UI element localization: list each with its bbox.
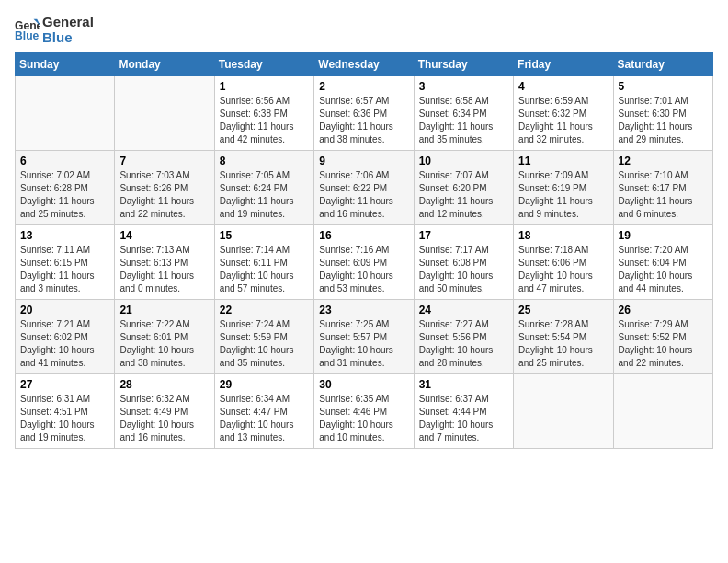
calendar-cell: 31Sunrise: 6:37 AMSunset: 4:44 PMDayligh… (414, 374, 513, 449)
day-info: Sunrise: 7:13 AMSunset: 6:13 PMDaylight:… (119, 244, 209, 295)
day-number: 4 (518, 80, 608, 93)
day-number: 2 (319, 80, 408, 93)
day-info: Sunrise: 7:22 AMSunset: 6:01 PMDaylight:… (119, 318, 209, 370)
day-info: Sunrise: 7:24 AMSunset: 5:59 PMDaylight:… (220, 318, 309, 370)
calendar-cell (613, 374, 712, 449)
calendar-cell: 21Sunrise: 7:22 AMSunset: 6:01 PMDayligh… (115, 300, 214, 374)
calendar-cell: 6Sunrise: 7:02 AMSunset: 6:28 PMDaylight… (16, 151, 115, 225)
logo-icon: General Blue (15, 17, 40, 43)
day-number: 21 (119, 304, 209, 316)
day-info: Sunrise: 7:05 AMSunset: 6:24 PMDaylight:… (220, 169, 309, 221)
weekday-header-row: SundayMondayTuesdayWednesdayThursdayFrid… (16, 53, 713, 76)
day-number: 31 (419, 378, 508, 391)
day-info: Sunrise: 7:03 AMSunset: 6:26 PMDaylight:… (119, 169, 209, 221)
day-info: Sunrise: 7:21 AMSunset: 6:02 PMDaylight:… (20, 318, 109, 370)
calendar-week-4: 27Sunrise: 6:31 AMSunset: 4:51 PMDayligh… (16, 374, 713, 449)
day-number: 26 (619, 304, 708, 316)
day-number: 6 (20, 155, 109, 167)
day-info: Sunrise: 6:31 AMSunset: 4:51 PMDaylight:… (20, 393, 109, 444)
day-number: 5 (619, 80, 708, 93)
calendar-cell: 17Sunrise: 7:17 AMSunset: 6:08 PMDayligh… (414, 225, 513, 300)
day-number: 13 (20, 229, 109, 242)
calendar-cell: 10Sunrise: 7:07 AMSunset: 6:20 PMDayligh… (414, 151, 513, 225)
day-info: Sunrise: 6:56 AMSunset: 6:38 PMDaylight:… (220, 95, 309, 146)
calendar-cell (514, 374, 613, 449)
weekday-header-saturday: Saturday (613, 53, 712, 76)
day-number: 8 (220, 155, 309, 167)
day-number: 10 (419, 155, 508, 167)
calendar-cell: 13Sunrise: 7:11 AMSunset: 6:15 PMDayligh… (16, 225, 115, 300)
day-number: 12 (619, 155, 708, 167)
calendar-cell: 15Sunrise: 7:14 AMSunset: 6:11 PMDayligh… (214, 225, 313, 300)
day-number: 15 (220, 229, 309, 242)
day-number: 27 (20, 378, 109, 391)
day-number: 22 (220, 304, 309, 316)
day-info: Sunrise: 7:09 AMSunset: 6:19 PMDaylight:… (518, 169, 608, 221)
calendar-cell: 23Sunrise: 7:25 AMSunset: 5:57 PMDayligh… (314, 300, 414, 374)
day-number: 11 (518, 155, 608, 167)
day-info: Sunrise: 6:34 AMSunset: 4:47 PMDaylight:… (220, 393, 309, 444)
calendar-week-3: 20Sunrise: 7:21 AMSunset: 6:02 PMDayligh… (16, 300, 713, 374)
weekday-header-sunday: Sunday (16, 53, 115, 76)
day-info: Sunrise: 7:25 AMSunset: 5:57 PMDaylight:… (319, 318, 408, 370)
day-number: 20 (20, 304, 109, 316)
day-info: Sunrise: 7:20 AMSunset: 6:04 PMDaylight:… (619, 244, 708, 295)
calendar-cell: 22Sunrise: 7:24 AMSunset: 5:59 PMDayligh… (214, 300, 313, 374)
day-number: 3 (419, 80, 508, 93)
calendar-week-2: 13Sunrise: 7:11 AMSunset: 6:15 PMDayligh… (16, 225, 713, 300)
day-info: Sunrise: 7:06 AMSunset: 6:22 PMDaylight:… (319, 169, 408, 221)
calendar-week-1: 6Sunrise: 7:02 AMSunset: 6:28 PMDaylight… (16, 151, 713, 225)
day-number: 7 (119, 155, 209, 167)
header: General Blue General Blue (15, 15, 713, 45)
calendar-cell: 11Sunrise: 7:09 AMSunset: 6:19 PMDayligh… (514, 151, 613, 225)
calendar-cell: 5Sunrise: 7:01 AMSunset: 6:30 PMDaylight… (613, 76, 712, 151)
day-info: Sunrise: 6:32 AMSunset: 4:49 PMDaylight:… (119, 393, 209, 444)
calendar-cell: 27Sunrise: 6:31 AMSunset: 4:51 PMDayligh… (16, 374, 115, 449)
calendar-cell: 7Sunrise: 7:03 AMSunset: 6:26 PMDaylight… (115, 151, 214, 225)
day-number: 19 (619, 229, 708, 242)
day-number: 28 (119, 378, 209, 391)
day-info: Sunrise: 7:01 AMSunset: 6:30 PMDaylight:… (619, 95, 708, 146)
day-number: 16 (319, 229, 408, 242)
calendar-cell: 14Sunrise: 7:13 AMSunset: 6:13 PMDayligh… (115, 225, 214, 300)
calendar-cell: 29Sunrise: 6:34 AMSunset: 4:47 PMDayligh… (214, 374, 313, 449)
weekday-header-friday: Friday (514, 53, 613, 76)
day-number: 25 (518, 304, 608, 316)
day-number: 30 (319, 378, 408, 391)
day-info: Sunrise: 7:07 AMSunset: 6:20 PMDaylight:… (419, 169, 508, 221)
day-number: 23 (319, 304, 408, 316)
day-number: 9 (319, 155, 408, 167)
day-info: Sunrise: 7:11 AMSunset: 6:15 PMDaylight:… (20, 244, 109, 295)
day-info: Sunrise: 6:37 AMSunset: 4:44 PMDaylight:… (419, 393, 508, 444)
calendar-cell: 28Sunrise: 6:32 AMSunset: 4:49 PMDayligh… (115, 374, 214, 449)
calendar-cell: 25Sunrise: 7:28 AMSunset: 5:54 PMDayligh… (514, 300, 613, 374)
calendar-cell (115, 76, 214, 151)
day-info: Sunrise: 7:14 AMSunset: 6:11 PMDaylight:… (220, 244, 309, 295)
calendar-week-0: 1Sunrise: 6:56 AMSunset: 6:38 PMDaylight… (16, 76, 713, 151)
calendar-cell: 3Sunrise: 6:58 AMSunset: 6:34 PMDaylight… (414, 76, 513, 151)
weekday-header-thursday: Thursday (414, 53, 513, 76)
calendar-cell: 26Sunrise: 7:29 AMSunset: 5:52 PMDayligh… (613, 300, 712, 374)
day-info: Sunrise: 6:59 AMSunset: 6:32 PMDaylight:… (518, 95, 608, 146)
calendar-cell: 16Sunrise: 7:16 AMSunset: 6:09 PMDayligh… (314, 225, 414, 300)
day-number: 17 (419, 229, 508, 242)
day-info: Sunrise: 7:27 AMSunset: 5:56 PMDaylight:… (419, 318, 508, 370)
day-info: Sunrise: 7:29 AMSunset: 5:52 PMDaylight:… (619, 318, 708, 370)
calendar-cell: 18Sunrise: 7:18 AMSunset: 6:06 PMDayligh… (514, 225, 613, 300)
calendar-cell: 19Sunrise: 7:20 AMSunset: 6:04 PMDayligh… (613, 225, 712, 300)
day-info: Sunrise: 7:16 AMSunset: 6:09 PMDaylight:… (319, 244, 408, 295)
day-info: Sunrise: 7:28 AMSunset: 5:54 PMDaylight:… (518, 318, 608, 370)
day-info: Sunrise: 7:02 AMSunset: 6:28 PMDaylight:… (20, 169, 109, 221)
calendar-cell (16, 76, 115, 151)
day-number: 29 (220, 378, 309, 391)
day-info: Sunrise: 7:17 AMSunset: 6:08 PMDaylight:… (419, 244, 508, 295)
calendar-cell: 12Sunrise: 7:10 AMSunset: 6:17 PMDayligh… (613, 151, 712, 225)
calendar-cell: 2Sunrise: 6:57 AMSunset: 6:36 PMDaylight… (314, 76, 414, 151)
calendar-cell: 20Sunrise: 7:21 AMSunset: 6:02 PMDayligh… (16, 300, 115, 374)
day-number: 14 (119, 229, 209, 242)
calendar-cell: 8Sunrise: 7:05 AMSunset: 6:24 PMDaylight… (214, 151, 313, 225)
calendar-cell: 24Sunrise: 7:27 AMSunset: 5:56 PMDayligh… (414, 300, 513, 374)
calendar: SundayMondayTuesdayWednesdayThursdayFrid… (15, 52, 713, 449)
weekday-header-monday: Monday (115, 53, 214, 76)
weekday-header-wednesday: Wednesday (314, 53, 414, 76)
